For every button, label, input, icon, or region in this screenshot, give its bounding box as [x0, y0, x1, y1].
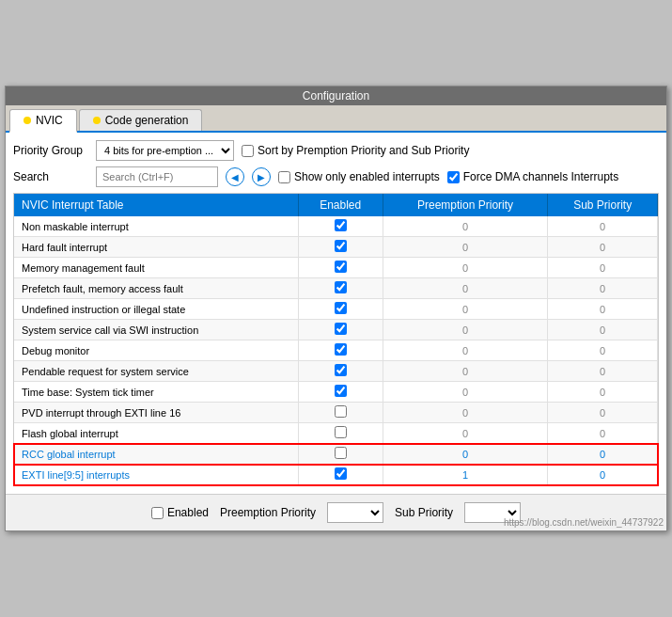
- table-row[interactable]: PVD interrupt through EXTI line 1600: [14, 403, 658, 423]
- sort-checkbox[interactable]: [242, 145, 254, 157]
- table-row[interactable]: System service call via SWI instruction0…: [14, 320, 658, 340]
- force-dma-label[interactable]: Force DMA channels Interrupts: [447, 170, 618, 183]
- tab-nvic[interactable]: NVIC: [9, 109, 77, 133]
- show-enabled-label[interactable]: Show only enabled interrupts: [278, 170, 440, 183]
- col-header-name: NVIC Interrupt Table: [14, 194, 298, 216]
- cell-interrupt-name: Prefetch fault, memory access fault: [14, 278, 298, 299]
- cell-sub: 0: [548, 444, 658, 465]
- footer-preemption-label: Preemption Priority: [220, 506, 316, 519]
- nvic-dot: [23, 117, 31, 124]
- show-enabled-checkbox[interactable]: [278, 171, 290, 183]
- col-header-enabled: Enabled: [298, 194, 383, 216]
- sort-checkbox-label[interactable]: Sort by Premption Priority and Sub Prior…: [242, 144, 469, 157]
- cell-interrupt-name: Time base: System tick timer: [14, 382, 298, 403]
- cell-enabled[interactable]: [298, 444, 383, 465]
- cell-enabled[interactable]: [298, 340, 383, 361]
- cell-sub: 0: [548, 258, 658, 278]
- enabled-checkbox[interactable]: [335, 447, 347, 459]
- enabled-checkbox[interactable]: [335, 385, 347, 397]
- watermark: https://blog.csdn.net/weixin_44737922: [504, 517, 664, 528]
- cell-preemption: 0: [383, 361, 548, 382]
- table-row[interactable]: Undefined instruction or illegal state00: [14, 299, 658, 320]
- search-input[interactable]: [96, 166, 218, 187]
- table-row[interactable]: EXTI line[9:5] interrupts10: [14, 465, 658, 485]
- cell-sub: 0: [548, 382, 658, 403]
- cell-preemption: 0: [383, 382, 548, 403]
- cell-preemption: 0: [383, 258, 548, 278]
- footer-enabled-checkbox[interactable]: [151, 507, 164, 519]
- cell-enabled[interactable]: [298, 278, 383, 299]
- cell-sub: 0: [548, 216, 658, 237]
- cell-sub: 0: [548, 278, 658, 299]
- cell-preemption: 0: [383, 216, 548, 237]
- interrupt-table-container: NVIC Interrupt Table Enabled Preemption …: [13, 193, 659, 486]
- cell-interrupt-name: Undefined instruction or illegal state: [14, 299, 298, 320]
- table-row[interactable]: Pendable request for system service00: [14, 361, 658, 382]
- footer-preemption-select[interactable]: [327, 502, 383, 523]
- cell-sub: 0: [548, 465, 658, 485]
- cell-enabled[interactable]: [298, 320, 383, 340]
- enabled-checkbox[interactable]: [335, 323, 347, 335]
- table-row[interactable]: Prefetch fault, memory access fault00: [14, 278, 658, 299]
- interrupt-table: NVIC Interrupt Table Enabled Preemption …: [14, 194, 658, 485]
- force-dma-checkbox[interactable]: [447, 171, 460, 183]
- cell-enabled[interactable]: [298, 403, 383, 423]
- cell-sub: 0: [548, 340, 658, 361]
- search-next-button[interactable]: ▶: [252, 167, 271, 186]
- enabled-checkbox[interactable]: [335, 219, 347, 231]
- interrupt-link[interactable]: RCC global interrupt: [22, 449, 116, 460]
- main-content: Priority Group 4 bits for pre-emption ..…: [6, 133, 666, 494]
- cell-preemption: 0: [383, 403, 548, 423]
- search-label: Search: [13, 170, 88, 183]
- col-header-sub: Sub Priority: [548, 194, 658, 216]
- table-row[interactable]: Hard fault interrupt00: [14, 237, 658, 258]
- enabled-checkbox[interactable]: [335, 240, 347, 252]
- table-row[interactable]: Debug monitor00: [14, 340, 658, 361]
- cell-sub: 0: [548, 403, 658, 423]
- cell-preemption: 0: [383, 320, 548, 340]
- tab-code-gen-label: Code generation: [105, 114, 189, 127]
- cell-sub: 0: [548, 361, 658, 382]
- interrupt-link[interactable]: EXTI line[9:5] interrupts: [22, 469, 130, 481]
- table-row[interactable]: Flash global interrupt00: [14, 423, 658, 444]
- table-row[interactable]: Non maskable interrupt00: [14, 216, 658, 237]
- cell-enabled[interactable]: [298, 465, 383, 485]
- cell-preemption: 0: [383, 444, 548, 465]
- cell-sub: 0: [548, 237, 658, 258]
- table-row[interactable]: Memory management fault00: [14, 258, 658, 278]
- cell-enabled[interactable]: [298, 382, 383, 403]
- enabled-checkbox[interactable]: [335, 343, 347, 356]
- cell-enabled[interactable]: [298, 216, 383, 237]
- table-header-row: NVIC Interrupt Table Enabled Preemption …: [14, 194, 658, 216]
- search-prev-button[interactable]: ◀: [226, 167, 244, 186]
- priority-group-row: Priority Group 4 bits for pre-emption ..…: [13, 140, 659, 161]
- enabled-checkbox[interactable]: [335, 302, 347, 314]
- table-row[interactable]: RCC global interrupt00: [14, 444, 658, 465]
- priority-group-select[interactable]: 4 bits for pre-emption ...: [96, 140, 234, 161]
- cell-enabled[interactable]: [298, 423, 383, 444]
- cell-interrupt-name: Memory management fault: [14, 258, 298, 278]
- cell-enabled[interactable]: [298, 361, 383, 382]
- cell-enabled[interactable]: [298, 299, 383, 320]
- cell-sub: 0: [548, 423, 658, 444]
- window-title: Configuration: [303, 89, 369, 103]
- tab-nvic-label: NVIC: [36, 114, 63, 127]
- cell-interrupt-name: Pendable request for system service: [14, 361, 298, 382]
- footer-enabled-label[interactable]: Enabled: [151, 506, 209, 519]
- enabled-checkbox[interactable]: [335, 281, 347, 293]
- cell-enabled[interactable]: [298, 237, 383, 258]
- enabled-checkbox[interactable]: [335, 261, 347, 273]
- search-row: Search ◀ ▶ Show only enabled interrupts …: [13, 166, 659, 187]
- title-bar: Configuration: [6, 87, 666, 105]
- tab-bar: NVIC Code generation: [6, 105, 666, 133]
- cell-interrupt-name: Flash global interrupt: [14, 423, 298, 444]
- table-row[interactable]: Time base: System tick timer00: [14, 382, 658, 403]
- enabled-checkbox[interactable]: [335, 467, 347, 480]
- cell-enabled[interactable]: [298, 258, 383, 278]
- tab-code-generation[interactable]: Code generation: [79, 109, 203, 131]
- priority-group-label: Priority Group: [13, 144, 88, 157]
- enabled-checkbox[interactable]: [335, 426, 347, 438]
- enabled-checkbox[interactable]: [335, 364, 347, 376]
- cell-preemption: 0: [383, 423, 548, 444]
- enabled-checkbox[interactable]: [335, 405, 347, 418]
